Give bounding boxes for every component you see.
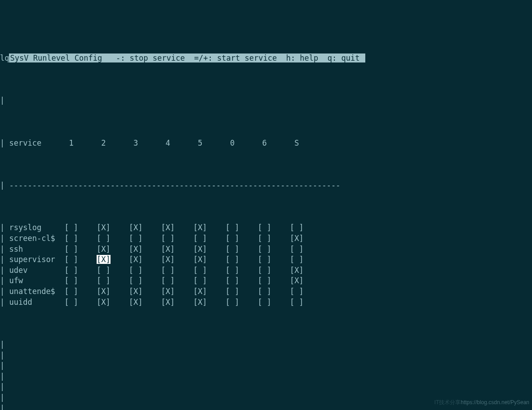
- border-left: |: [0, 255, 4, 264]
- runlevel-cell[interactable]: [X]: [97, 298, 111, 307]
- service-row[interactable]: | uuidd [ ] [X] [X] [X] [X] [ ] [ ] [ ]: [0, 297, 532, 308]
- runlevel-cell[interactable]: [ ]: [97, 266, 111, 275]
- runlevel-cell[interactable]: [X]: [161, 287, 175, 296]
- runlevel-cell[interactable]: [ ]: [193, 234, 207, 243]
- border-left: |: [0, 95, 532, 106]
- runlevel-cell[interactable]: [ ]: [290, 298, 304, 307]
- runlevel-cell[interactable]: [ ]: [257, 245, 271, 254]
- border-left: |: [0, 245, 4, 254]
- border-left: |: [0, 371, 532, 382]
- border-left: |: [0, 361, 532, 371]
- runlevel-cell[interactable]: [ ]: [226, 234, 239, 243]
- runlevel-cell[interactable]: [X]: [161, 255, 175, 264]
- border-left: |: [0, 339, 532, 350]
- runlevel-cell[interactable]: [ ]: [97, 234, 111, 243]
- runlevel-cell[interactable]: [X]: [161, 245, 175, 254]
- border-left: |: [0, 234, 4, 243]
- title-bar: SysV Runlevel Config -: stop service =/+…: [9, 53, 365, 62]
- runlevel-cell[interactable]: [ ]: [257, 234, 271, 243]
- runlevel-cell[interactable]: [ ]: [257, 266, 271, 275]
- runlevel-cell[interactable]: [X]: [97, 223, 111, 232]
- runlevel-cell[interactable]: [ ]: [290, 223, 304, 232]
- runlevel-cell[interactable]: [ ]: [97, 276, 111, 285]
- runlevel-cell[interactable]: [ ]: [290, 287, 304, 296]
- runlevel-cell[interactable]: [ ]: [64, 287, 78, 296]
- terminal-screen[interactable]: { "titlebar": { "title": "SysV Runlevel …: [0, 0, 532, 410]
- runlevel-cell[interactable]: [X]: [129, 245, 143, 254]
- watermark-faded: IT技术分享: [434, 399, 461, 406]
- runlevel-cell[interactable]: [ ]: [161, 266, 175, 275]
- runlevel-cell[interactable]: [X]: [129, 287, 143, 296]
- runlevel-cell[interactable]: [X]: [161, 223, 175, 232]
- runlevel-cell[interactable]: [ ]: [257, 223, 271, 232]
- runlevel-cell[interactable]: [X]: [193, 223, 207, 232]
- col-5: 5: [198, 138, 202, 147]
- service-row[interactable]: | udev [ ] [ ] [ ] [ ] [ ] [ ] [ ] [X]: [0, 265, 532, 276]
- runlevel-cell[interactable]: [ ]: [226, 245, 239, 254]
- service-name: rsyslog: [9, 223, 60, 232]
- runlevel-cell[interactable]: [X]: [129, 255, 143, 264]
- runlevel-cell[interactable]: [ ]: [257, 276, 271, 285]
- runlevel-cell[interactable]: [ ]: [290, 245, 304, 254]
- runlevel-cell[interactable]: [ ]: [257, 255, 271, 264]
- service-row[interactable]: | rsyslog [ ] [X] [X] [X] [X] [ ] [ ] [ …: [0, 223, 532, 233]
- runlevel-cell[interactable]: [ ]: [226, 276, 239, 285]
- runlevel-cell[interactable]: [ ]: [193, 276, 207, 285]
- runlevel-cell[interactable]: [X]: [193, 298, 207, 307]
- runlevel-cell[interactable]: [ ]: [64, 266, 78, 275]
- runlevel-cell[interactable]: [ ]: [129, 234, 143, 243]
- service-row[interactable]: | supervisor [ ] [X] [X] [X] [X] [ ] [ ]…: [0, 254, 532, 265]
- service-name: ufw: [9, 276, 60, 285]
- runlevel-cell[interactable]: [ ]: [290, 255, 304, 264]
- runlevel-cell[interactable]: [ ]: [226, 287, 239, 296]
- service-name: ssh: [9, 245, 60, 254]
- runlevel-cell[interactable]: [ ]: [226, 223, 239, 232]
- hint-start: =/+: start service: [194, 53, 277, 62]
- runlevel-cell[interactable]: [ ]: [226, 255, 239, 264]
- runlevel-cell[interactable]: [ ]: [257, 287, 271, 296]
- separator: | --------------------------------------…: [0, 180, 532, 191]
- border-left: |: [0, 382, 532, 392]
- service-name: uuidd: [9, 298, 60, 307]
- runlevel-cell[interactable]: [X]: [97, 255, 111, 264]
- service-row[interactable]: | screen-cl$ [ ] [ ] [ ] [ ] [ ] [ ] [ ]…: [0, 233, 532, 244]
- hint-help: h: help: [286, 53, 319, 62]
- runlevel-cell[interactable]: [X]: [129, 298, 143, 307]
- runlevel-cell[interactable]: [ ]: [64, 298, 78, 307]
- runlevel-cell[interactable]: [X]: [290, 234, 304, 243]
- runlevel-cell[interactable]: [X]: [193, 245, 207, 254]
- runlevel-cell[interactable]: [X]: [161, 298, 175, 307]
- runlevel-cell[interactable]: [ ]: [64, 255, 78, 264]
- cursor[interactable]: [X]: [97, 255, 111, 264]
- runlevel-cell[interactable]: [ ]: [64, 276, 78, 285]
- runlevel-cell[interactable]: [X]: [97, 245, 111, 254]
- runlevel-cell[interactable]: [ ]: [64, 234, 78, 243]
- runlevel-cell[interactable]: [X]: [97, 287, 111, 296]
- runlevel-cell[interactable]: [ ]: [193, 266, 207, 275]
- hint-quit: q: quit: [328, 53, 360, 62]
- runlevel-cell[interactable]: [X]: [129, 223, 143, 232]
- runlevel-cell[interactable]: [X]: [290, 276, 304, 285]
- border-left: |: [0, 298, 4, 307]
- runlevel-cell[interactable]: [ ]: [257, 298, 271, 307]
- runlevel-cell[interactable]: [ ]: [64, 245, 78, 254]
- watermark: IT技术分享https://blog.csdn.net/PySean: [434, 397, 529, 408]
- runlevel-cell[interactable]: [ ]: [64, 223, 78, 232]
- title-bar-line: lqSysV Runlevel Config -: stop service =…: [0, 53, 532, 64]
- hint-stop: -: stop service: [116, 53, 185, 62]
- runlevel-cell[interactable]: [ ]: [129, 276, 143, 285]
- service-row[interactable]: | unattende$ [ ] [X] [X] [X] [X] [ ] [ ]…: [0, 286, 532, 297]
- col-6: 6: [262, 138, 267, 147]
- runlevel-cell[interactable]: [X]: [193, 287, 207, 296]
- runlevel-cell[interactable]: [X]: [193, 255, 207, 264]
- service-name: supervisor: [9, 255, 60, 264]
- runlevel-cell[interactable]: [ ]: [226, 298, 239, 307]
- runlevel-cell[interactable]: [ ]: [161, 276, 175, 285]
- runlevel-cell[interactable]: [ ]: [161, 234, 175, 243]
- service-row[interactable]: | ssh [ ] [X] [X] [X] [X] [ ] [ ] [ ]: [0, 244, 532, 255]
- runlevel-cell[interactable]: [ ]: [226, 266, 239, 275]
- col-3: 3: [133, 138, 138, 147]
- runlevel-cell[interactable]: [X]: [290, 266, 304, 275]
- service-row[interactable]: | ufw [ ] [ ] [ ] [ ] [ ] [ ] [ ] [X]: [0, 276, 532, 286]
- runlevel-cell[interactable]: [ ]: [129, 266, 143, 275]
